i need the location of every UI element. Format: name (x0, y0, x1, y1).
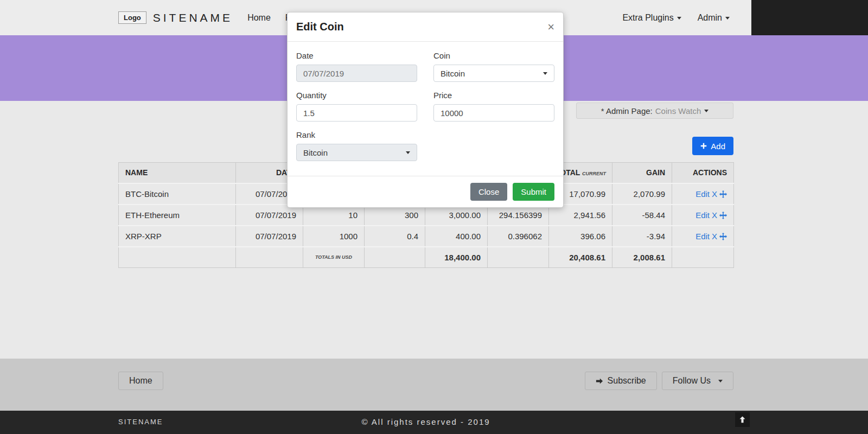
follow-us-button[interactable]: Follow Us (662, 372, 733, 390)
modal-footer: Close Submit (288, 176, 563, 207)
cell-name: BTC-Bitcoin (119, 183, 236, 205)
arrow-right-icon (596, 378, 603, 385)
logo-badge[interactable]: Logo (118, 11, 146, 24)
cell-actions: EditX (672, 226, 734, 247)
col-header-sublabel: CURRENT (582, 171, 606, 176)
arrow-up-icon (739, 416, 746, 423)
subscribe-button[interactable]: Subscribe (585, 372, 657, 390)
nav-menu-extra-plugins[interactable]: Extra Plugins (622, 13, 681, 23)
chevron-down-icon (677, 17, 681, 20)
copyright-text: © All rights reserved - 2019 (361, 417, 490, 426)
nav-link-home[interactable]: Home (247, 13, 271, 23)
footer-home-label: Home (129, 376, 152, 386)
add-button[interactable]: Add (692, 137, 733, 155)
footer-home-button[interactable]: Home (118, 372, 163, 390)
delete-link[interactable]: X (712, 232, 717, 241)
cell-empty (365, 247, 425, 268)
chevron-down-icon (543, 72, 547, 75)
nav-menu-admin[interactable]: Admin (698, 13, 730, 23)
cell-empty (488, 247, 549, 268)
delete-link[interactable]: X (712, 189, 717, 199)
modal-header: Edit Coin × (288, 12, 563, 42)
price-input[interactable] (433, 104, 554, 122)
cell-total-current: 396.06 (549, 226, 612, 247)
move-icon[interactable] (719, 210, 727, 220)
nav-menu-label: Admin (698, 13, 722, 22)
admin-page-prefix: * Admin Page: (601, 106, 653, 116)
close-icon[interactable]: × (547, 21, 554, 33)
date-field-group: Date (296, 51, 417, 82)
quantity-input[interactable] (296, 104, 417, 122)
modal-title: Edit Coin (296, 21, 344, 33)
totals-total: 18,400.00 (425, 247, 488, 268)
edit-link[interactable]: Edit (695, 210, 710, 220)
quantity-label: Quantity (296, 91, 417, 100)
coin-select[interactable]: Bitcoin (433, 65, 554, 82)
cell-gain: 2,070.99 (612, 183, 672, 205)
admin-page-value: Coins Watch (655, 106, 701, 116)
rank-field-group: Rank Bitcoin (296, 130, 417, 161)
rank-select-value: Bitcoin (303, 148, 328, 157)
footer: Home Subscribe Follow Us (0, 359, 868, 411)
scroll-to-top-button[interactable] (735, 412, 750, 427)
coin-field-group: Coin Bitcoin (433, 51, 554, 82)
cell-actions: EditX (672, 183, 734, 205)
rank-select[interactable]: Bitcoin (296, 144, 417, 161)
nav-menu-label: Extra Plugins (622, 13, 673, 22)
rank-label: Rank (296, 130, 417, 139)
site-brand[interactable]: SITENAME (153, 11, 233, 24)
cell-name: XRP-XRP (119, 226, 236, 247)
close-button[interactable]: Close (470, 183, 507, 201)
cell-gain: -3.94 (612, 226, 672, 247)
chevron-down-icon (725, 17, 730, 20)
edit-link[interactable]: Edit (695, 232, 710, 241)
totals-gain: 2,008.61 (612, 247, 672, 268)
cell-date: 07/07/2019 (236, 226, 303, 247)
chevron-down-icon (718, 380, 723, 382)
price-field-group: Price (433, 91, 554, 122)
cell-total: 400.00 (425, 226, 488, 247)
move-icon[interactable] (719, 232, 727, 241)
navbar-dark-corner (751, 0, 868, 35)
cell-empty (236, 247, 303, 268)
date-input[interactable] (296, 65, 417, 82)
col-header-actions: ACTIONS (672, 163, 734, 183)
chevron-down-icon (704, 110, 709, 112)
move-icon[interactable] (719, 189, 727, 199)
col-header-gain: GAIN (612, 163, 672, 183)
bottom-brand: SITENAME (118, 418, 163, 426)
cell-quantity: 1000 (303, 226, 365, 247)
cell-empty (119, 247, 236, 268)
edit-link[interactable]: Edit (695, 189, 710, 199)
admin-page-dropdown[interactable]: * Admin Page: Coins Watch (576, 103, 733, 119)
coin-select-value: Bitcoin (441, 69, 465, 78)
chevron-down-icon (406, 151, 410, 154)
table-row: XRP-XRP 07/07/2019 1000 0.4 400.00 0.396… (119, 226, 734, 247)
delete-link[interactable]: X (712, 210, 717, 220)
nav-right: Extra Plugins Admin (622, 13, 730, 23)
coin-label: Coin (433, 51, 554, 60)
cell-name: ETH-Ethereum (119, 205, 236, 226)
quantity-field-group: Quantity (296, 91, 417, 122)
cell-current: 0.396062 (488, 226, 549, 247)
date-label: Date (296, 51, 417, 60)
price-label: Price (433, 91, 554, 100)
add-button-label: Add (711, 142, 725, 151)
cell-gain: -58.44 (612, 205, 672, 226)
totals-label: TOTALS IN USD (303, 247, 365, 268)
cell-actions: EditX (672, 205, 734, 226)
edit-coin-modal: Edit Coin × Date Coin Bitcoin Quantity P… (287, 12, 564, 208)
modal-body: Date Coin Bitcoin Quantity Price Rank Bi… (288, 42, 563, 176)
col-header-name: NAME (119, 163, 236, 183)
subscribe-label: Subscribe (608, 376, 646, 386)
totals-row: TOTALS IN USD 18,400.00 20,408.61 2,008.… (119, 247, 734, 268)
submit-button[interactable]: Submit (513, 183, 554, 201)
brand: Logo SITENAME (118, 11, 233, 24)
follow-us-label: Follow Us (673, 376, 711, 386)
cell-empty (672, 247, 734, 268)
cell-price: 0.4 (365, 226, 425, 247)
bottom-bar: SITENAME © All rights reserved - 2019 (0, 411, 868, 434)
plus-icon (700, 143, 707, 149)
totals-total-current: 20,408.61 (549, 247, 612, 268)
